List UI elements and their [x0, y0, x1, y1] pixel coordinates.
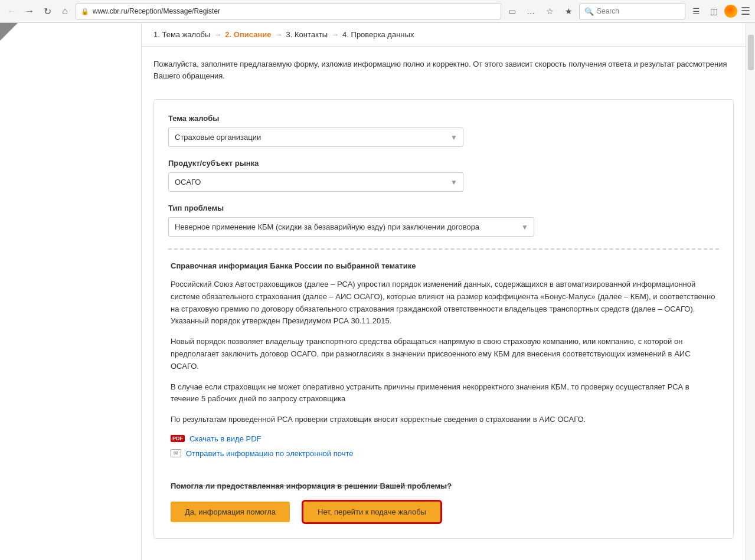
product-label: Продукт/субъект рынка: [168, 159, 719, 168]
step-3[interactable]: 3. Контакты: [286, 30, 328, 39]
info-paragraph-1: Российский Союз Автостраховщиков (далее …: [171, 279, 717, 328]
refresh-button[interactable]: ↻: [40, 4, 54, 18]
search-bar[interactable]: 🔍: [579, 3, 685, 19]
star-button[interactable]: ★: [561, 4, 576, 18]
email-link-row: ✉ Отправить информацию по электронной по…: [171, 449, 717, 458]
home-button[interactable]: ⌂: [58, 4, 72, 18]
complaint-topic-select[interactable]: Страховые организации: [168, 127, 463, 147]
browser-tools: ▭ … ☆ ★: [505, 4, 576, 18]
address-bar[interactable]: 🔒 www.cbr.ru/Reception/Message/Register: [76, 3, 501, 19]
pdf-link-row: PDF Скачать в виде PDF: [171, 434, 717, 443]
product-select[interactable]: ОСАГО: [168, 172, 463, 192]
info-paragraph-2: Новый порядок позволяет владельцу трансп…: [171, 336, 717, 372]
step-arrow-3: →: [331, 30, 339, 39]
section-divider: [168, 248, 719, 250]
scrollbar-thumb[interactable]: [748, 35, 754, 70]
forward-button[interactable]: →: [22, 4, 37, 18]
email-icon: ✉: [171, 449, 181, 457]
complaint-topic-group: Тема жалобы Страховые организации ▼: [168, 114, 719, 147]
menu-button[interactable]: ☰: [741, 5, 750, 18]
no-button[interactable]: Нет, перейти к подаче жалобы: [302, 500, 442, 524]
url-text: www.cbr.ru/Reception/Message/Register: [93, 7, 496, 15]
problem-type-label: Тип проблемы: [168, 204, 719, 212]
product-group: Продукт/субъект рынка ОСАГО ▼: [168, 159, 719, 192]
help-buttons: Да, информация помогла Нет, перейти к по…: [171, 500, 717, 524]
email-send-link[interactable]: Отправить информацию по электронной почт…: [186, 449, 353, 458]
library-button[interactable]: ☰: [689, 4, 703, 18]
intro-text: Пожалуйста, заполните предлагаемую форму…: [153, 58, 734, 81]
step-4[interactable]: 4. Проверка данных: [342, 30, 414, 39]
yes-button[interactable]: Да, информация помогла: [171, 502, 290, 522]
problem-type-select-wrapper: Неверное применение КБМ (скидки за безав…: [168, 217, 534, 237]
sidebar-triangle: [0, 23, 18, 41]
step-1[interactable]: 1. Тема жалобы: [153, 30, 210, 39]
main-content: 1. Тема жалобы → 2. Описание → 3. Контак…: [142, 23, 746, 560]
step-arrow-2: →: [274, 30, 282, 39]
product-select-wrapper: ОСАГО ▼: [168, 172, 463, 192]
sidebar-button[interactable]: ◫: [707, 4, 721, 18]
info-paragraph-4: По результатам проведенной РСА проверки …: [171, 414, 717, 426]
more-button[interactable]: …: [524, 4, 538, 18]
pdf-badge: PDF: [171, 435, 185, 442]
step-arrow-1: →: [214, 30, 221, 39]
info-title: Справочная информация Банка России по вы…: [171, 261, 717, 270]
complaint-topic-select-wrapper: Страховые организации ▼: [168, 127, 463, 147]
form-section: Тема жалобы Страховые организации ▼ Прод…: [153, 99, 734, 539]
reader-view-button[interactable]: ▭: [505, 4, 519, 18]
help-question-section: Помогла ли предоставленная информация в …: [171, 472, 717, 524]
bookmark-button[interactable]: ☆: [542, 4, 557, 18]
page-wrapper: 1. Тема жалобы → 2. Описание → 3. Контак…: [0, 23, 755, 560]
problem-type-group: Тип проблемы Неверное применение КБМ (ск…: [168, 204, 719, 237]
browser-chrome: ← → ↻ ⌂ 🔒 www.cbr.ru/Reception/Message/R…: [0, 0, 755, 23]
pdf-download-link[interactable]: Скачать в виде PDF: [189, 434, 261, 443]
firefox-icon: [724, 5, 737, 18]
content-area: Пожалуйста, заполните предлагаемую форму…: [142, 47, 746, 560]
info-box: Справочная информация Банка России по вы…: [168, 261, 719, 524]
browser-toolbar: ← → ↻ ⌂ 🔒 www.cbr.ru/Reception/Message/R…: [0, 0, 755, 22]
back-button[interactable]: ←: [5, 4, 19, 18]
scrollbar-track[interactable]: [746, 23, 755, 560]
left-sidebar: [0, 23, 142, 560]
steps-breadcrumb: 1. Тема жалобы → 2. Описание → 3. Контак…: [142, 23, 746, 47]
complaint-topic-label: Тема жалобы: [168, 114, 719, 123]
search-icon: 🔍: [584, 7, 594, 16]
search-input[interactable]: [597, 7, 680, 15]
help-question-text: Помогла ли предоставленная информация в …: [171, 482, 717, 490]
problem-type-select[interactable]: Неверное применение КБМ (скидки за безав…: [168, 217, 534, 237]
step-2[interactable]: 2. Описание: [225, 30, 271, 39]
lock-icon: 🔒: [81, 8, 89, 15]
info-paragraph-3: В случае если страховщик не может операт…: [171, 381, 717, 406]
